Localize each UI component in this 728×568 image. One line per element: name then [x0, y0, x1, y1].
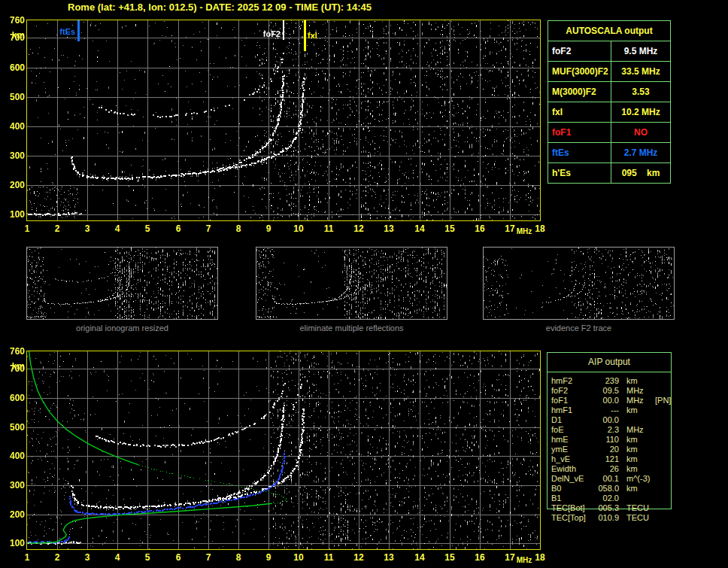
x-tick-label: 9	[261, 552, 276, 563]
aip-unit: MHz	[619, 386, 654, 396]
aip-val: 2.3	[593, 425, 619, 435]
aip-extra	[654, 503, 683, 513]
aip-extra	[654, 454, 683, 464]
aip-name: B1	[551, 494, 593, 503]
aip-extra: [PN]	[654, 396, 683, 405]
top-ionogram-canvas	[27, 20, 540, 220]
aip-unit: TECU	[619, 503, 654, 513]
autoscala-param-label: ftEs	[548, 143, 611, 163]
panel-eliminate-reflections	[256, 247, 447, 320]
x-tick-label: 6	[171, 223, 186, 234]
aip-row-B0: B0058.0km	[551, 484, 683, 494]
x-tick-label: 13	[381, 552, 396, 563]
y-tick-label: 600	[2, 393, 25, 403]
top-ionogram-plot: ftEsfoF2fxI	[26, 20, 541, 221]
aip-name: hmF2	[551, 376, 593, 386]
aip-row-ymE: ymE20km	[551, 445, 683, 454]
aip-extra	[654, 415, 683, 425]
x-tick-label: 11	[321, 552, 336, 563]
x-tick-label: 16	[472, 552, 487, 563]
autoscala-output-table: AUTOSCALA output foF29.5 MHzMUF(3000)F23…	[548, 20, 671, 184]
aip-val: ---	[593, 405, 619, 415]
panel-original-ionogram	[26, 247, 218, 320]
autoscala-param-label: foF1	[548, 123, 611, 142]
aip-row-hmF1: hmF1---km	[551, 405, 683, 415]
y-tick-label: 760	[2, 15, 25, 26]
x-tick-label: 2	[50, 552, 65, 563]
autoscala-param-value: 33.5 MHz	[611, 62, 670, 81]
aip-row-TEC[Top]: TEC[Top]010.9TECU	[551, 513, 683, 523]
x-tick-label: 7	[201, 552, 216, 563]
aip-table-rows: hmF2239kmfoF209.5MHzfoF100.0MHz[PN]hmF1-…	[551, 376, 683, 523]
aip-val: 005.3	[593, 503, 619, 513]
aip-name: h_vE	[551, 454, 593, 464]
autoscala-row-4: foF1NO	[548, 123, 670, 143]
x-tick-label: 4	[110, 223, 125, 234]
x-tick-label: 7	[201, 223, 216, 234]
autoscala-row-3: fxI10.2 MHz	[548, 102, 670, 123]
x-axis-unit-label: MHz	[513, 555, 535, 566]
aip-unit: m^(-3)	[619, 474, 654, 484]
x-tick-label: 8	[231, 223, 246, 234]
panel-eliminate-reflections-canvas	[256, 248, 447, 319]
autoscala-row-0: foF29.5 MHz	[548, 41, 670, 62]
x-tick-label: 1	[20, 223, 35, 234]
aip-val: 02.0	[593, 494, 619, 503]
aip-name: foF2	[551, 386, 593, 396]
x-tick-label: 9	[261, 223, 276, 234]
aip-unit	[619, 494, 654, 503]
autoscala-table-rows: foF29.5 MHzMUF(3000)F233.5 MHzM(3000)F23…	[548, 41, 670, 183]
autoscala-param-label: M(3000)F2	[548, 82, 611, 102]
aip-extra	[654, 445, 683, 454]
aip-name: foE	[551, 425, 593, 435]
aip-val: 09.5	[593, 386, 619, 396]
aip-extra	[654, 513, 683, 523]
aip-row-foE: foE2.3MHz	[551, 425, 683, 435]
y-tick-label: 300	[2, 150, 25, 161]
autoscala-param-label: MUF(3000)F2	[548, 62, 611, 81]
aip-row-Ewidth: Ewidth26km	[551, 464, 683, 474]
aip-unit: km	[619, 464, 654, 474]
x-tick-label: 15	[442, 223, 457, 234]
marker-line-foF2	[283, 20, 284, 40]
aip-unit: km	[619, 376, 654, 386]
aip-val: 26	[593, 464, 619, 474]
aip-row-B1: B102.0	[551, 494, 683, 503]
y-tick-label: 500	[2, 422, 25, 433]
marker-label-ftEs: ftEs	[59, 27, 75, 36]
autoscala-row-1: MUF(3000)F233.5 MHz	[548, 62, 670, 82]
aip-row-hmF2: hmF2239km	[551, 376, 683, 386]
x-tick-label: 15	[442, 552, 457, 563]
autoscala-param-label: fxI	[548, 102, 611, 122]
autoscala-param-value: NO	[611, 123, 670, 142]
aip-row-TEC[Bot]: TEC[Bot]005.3TECU	[551, 503, 683, 513]
aip-row-D1: D100.0	[551, 415, 683, 425]
aip-val: 00.0	[593, 396, 619, 405]
aip-row-hmE: hmE110km	[551, 435, 683, 445]
aip-extra	[654, 405, 683, 415]
aip-val: 00.0	[593, 415, 619, 425]
x-tick-label: 11	[321, 223, 336, 234]
x-tick-label: 4	[110, 552, 125, 563]
bottom-ionogram-canvas	[27, 351, 540, 549]
aip-table-title: AIP output	[548, 353, 671, 372]
autoscala-param-label: h'Es	[548, 163, 611, 183]
autoscala-row-6: h'Es095 km	[548, 163, 670, 183]
aip-val: 20	[593, 445, 619, 454]
x-tick-label: 10	[291, 223, 306, 234]
x-tick-label: 5	[140, 552, 155, 563]
aip-extra	[654, 474, 683, 484]
panel-caption-original: original ionogram resized	[26, 323, 218, 333]
marker-line-ftEs	[77, 20, 80, 41]
aip-unit: MHz	[619, 396, 654, 405]
aip-extra	[654, 386, 683, 396]
y-tick-label: 200	[2, 180, 25, 190]
x-tick-label: 3	[80, 552, 95, 563]
marker-line-fxI	[304, 20, 306, 51]
x-tick-label: 1	[20, 552, 35, 563]
aip-extra	[654, 435, 683, 445]
autoscala-param-value: 2.7 MHz	[611, 143, 670, 163]
aip-row-h_vE: h_vE121km	[551, 454, 683, 464]
autoscala-row-2: M(3000)F23.53	[548, 82, 670, 102]
aip-extra	[654, 484, 683, 494]
